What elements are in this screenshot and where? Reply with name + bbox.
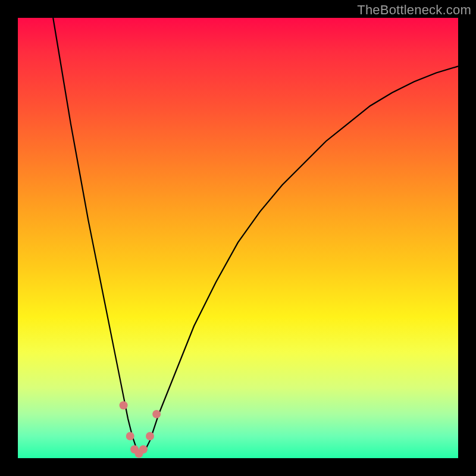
plot-area: [18, 18, 458, 458]
marker-point: [152, 410, 161, 418]
bottleneck-curve: [53, 18, 458, 454]
plot-svg: [18, 18, 458, 458]
watermark-label: TheBottleneck.com: [357, 2, 471, 18]
chart-frame: TheBottleneck.com: [0, 0, 476, 476]
marker-point: [126, 432, 134, 440]
marker-point: [146, 432, 154, 440]
marker-point: [120, 401, 128, 409]
marker-point: [139, 445, 148, 453]
